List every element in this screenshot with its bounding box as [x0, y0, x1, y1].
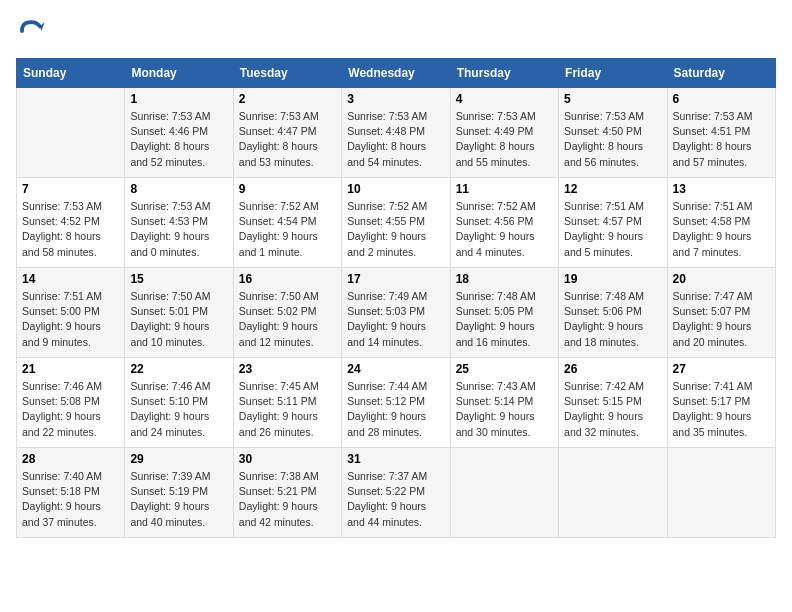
day-number: 14 [22, 272, 119, 286]
calendar-cell: 10 Sunrise: 7:52 AMSunset: 4:55 PMDaylig… [342, 178, 450, 268]
day-info: Sunrise: 7:53 AMSunset: 4:52 PMDaylight:… [22, 200, 102, 258]
calendar-cell: 12 Sunrise: 7:51 AMSunset: 4:57 PMDaylig… [559, 178, 667, 268]
calendar-cell: 24 Sunrise: 7:44 AMSunset: 5:12 PMDaylig… [342, 358, 450, 448]
day-number: 2 [239, 92, 336, 106]
day-info: Sunrise: 7:48 AMSunset: 5:05 PMDaylight:… [456, 290, 536, 348]
day-info: Sunrise: 7:52 AMSunset: 4:56 PMDaylight:… [456, 200, 536, 258]
weekday-header-friday: Friday [559, 59, 667, 88]
day-number: 7 [22, 182, 119, 196]
day-number: 8 [130, 182, 227, 196]
calendar-cell: 28 Sunrise: 7:40 AMSunset: 5:18 PMDaylig… [17, 448, 125, 538]
calendar-cell: 20 Sunrise: 7:47 AMSunset: 5:07 PMDaylig… [667, 268, 775, 358]
day-info: Sunrise: 7:46 AMSunset: 5:08 PMDaylight:… [22, 380, 102, 438]
day-number: 21 [22, 362, 119, 376]
day-number: 11 [456, 182, 553, 196]
day-number: 20 [673, 272, 770, 286]
day-info: Sunrise: 7:50 AMSunset: 5:02 PMDaylight:… [239, 290, 319, 348]
day-info: Sunrise: 7:53 AMSunset: 4:49 PMDaylight:… [456, 110, 536, 168]
day-info: Sunrise: 7:51 AMSunset: 4:58 PMDaylight:… [673, 200, 753, 258]
logo [16, 16, 50, 46]
day-number: 10 [347, 182, 444, 196]
day-info: Sunrise: 7:45 AMSunset: 5:11 PMDaylight:… [239, 380, 319, 438]
weekday-header-wednesday: Wednesday [342, 59, 450, 88]
calendar-cell: 15 Sunrise: 7:50 AMSunset: 5:01 PMDaylig… [125, 268, 233, 358]
day-number: 12 [564, 182, 661, 196]
day-number: 15 [130, 272, 227, 286]
weekday-header-tuesday: Tuesday [233, 59, 341, 88]
calendar-cell: 21 Sunrise: 7:46 AMSunset: 5:08 PMDaylig… [17, 358, 125, 448]
day-info: Sunrise: 7:44 AMSunset: 5:12 PMDaylight:… [347, 380, 427, 438]
calendar-cell: 7 Sunrise: 7:53 AMSunset: 4:52 PMDayligh… [17, 178, 125, 268]
day-info: Sunrise: 7:52 AMSunset: 4:55 PMDaylight:… [347, 200, 427, 258]
calendar-cell: 26 Sunrise: 7:42 AMSunset: 5:15 PMDaylig… [559, 358, 667, 448]
calendar-cell: 5 Sunrise: 7:53 AMSunset: 4:50 PMDayligh… [559, 88, 667, 178]
calendar-cell: 13 Sunrise: 7:51 AMSunset: 4:58 PMDaylig… [667, 178, 775, 268]
day-number: 19 [564, 272, 661, 286]
calendar-week-row: 1 Sunrise: 7:53 AMSunset: 4:46 PMDayligh… [17, 88, 776, 178]
day-info: Sunrise: 7:52 AMSunset: 4:54 PMDaylight:… [239, 200, 319, 258]
day-info: Sunrise: 7:53 AMSunset: 4:47 PMDaylight:… [239, 110, 319, 168]
calendar-cell: 17 Sunrise: 7:49 AMSunset: 5:03 PMDaylig… [342, 268, 450, 358]
day-number: 29 [130, 452, 227, 466]
day-info: Sunrise: 7:51 AMSunset: 5:00 PMDaylight:… [22, 290, 102, 348]
day-info: Sunrise: 7:48 AMSunset: 5:06 PMDaylight:… [564, 290, 644, 348]
calendar-cell: 22 Sunrise: 7:46 AMSunset: 5:10 PMDaylig… [125, 358, 233, 448]
calendar-cell: 6 Sunrise: 7:53 AMSunset: 4:51 PMDayligh… [667, 88, 775, 178]
calendar-cell: 1 Sunrise: 7:53 AMSunset: 4:46 PMDayligh… [125, 88, 233, 178]
day-number: 4 [456, 92, 553, 106]
day-number: 3 [347, 92, 444, 106]
calendar-week-row: 28 Sunrise: 7:40 AMSunset: 5:18 PMDaylig… [17, 448, 776, 538]
calendar-cell: 30 Sunrise: 7:38 AMSunset: 5:21 PMDaylig… [233, 448, 341, 538]
day-info: Sunrise: 7:50 AMSunset: 5:01 PMDaylight:… [130, 290, 210, 348]
day-number: 9 [239, 182, 336, 196]
weekday-header-thursday: Thursday [450, 59, 558, 88]
calendar-cell: 18 Sunrise: 7:48 AMSunset: 5:05 PMDaylig… [450, 268, 558, 358]
day-number: 31 [347, 452, 444, 466]
day-info: Sunrise: 7:53 AMSunset: 4:50 PMDaylight:… [564, 110, 644, 168]
calendar-table: SundayMondayTuesdayWednesdayThursdayFrid… [16, 58, 776, 538]
calendar-cell: 8 Sunrise: 7:53 AMSunset: 4:53 PMDayligh… [125, 178, 233, 268]
calendar-cell: 2 Sunrise: 7:53 AMSunset: 4:47 PMDayligh… [233, 88, 341, 178]
calendar-cell: 9 Sunrise: 7:52 AMSunset: 4:54 PMDayligh… [233, 178, 341, 268]
day-number: 25 [456, 362, 553, 376]
day-info: Sunrise: 7:46 AMSunset: 5:10 PMDaylight:… [130, 380, 210, 438]
day-number: 5 [564, 92, 661, 106]
day-info: Sunrise: 7:53 AMSunset: 4:48 PMDaylight:… [347, 110, 427, 168]
day-number: 23 [239, 362, 336, 376]
day-number: 16 [239, 272, 336, 286]
weekday-header-sunday: Sunday [17, 59, 125, 88]
day-info: Sunrise: 7:53 AMSunset: 4:51 PMDaylight:… [673, 110, 753, 168]
day-info: Sunrise: 7:49 AMSunset: 5:03 PMDaylight:… [347, 290, 427, 348]
day-number: 28 [22, 452, 119, 466]
calendar-cell: 25 Sunrise: 7:43 AMSunset: 5:14 PMDaylig… [450, 358, 558, 448]
day-number: 30 [239, 452, 336, 466]
calendar-week-row: 7 Sunrise: 7:53 AMSunset: 4:52 PMDayligh… [17, 178, 776, 268]
day-info: Sunrise: 7:40 AMSunset: 5:18 PMDaylight:… [22, 470, 102, 528]
day-number: 26 [564, 362, 661, 376]
logo-icon [16, 16, 46, 46]
day-info: Sunrise: 7:51 AMSunset: 4:57 PMDaylight:… [564, 200, 644, 258]
weekday-header-row: SundayMondayTuesdayWednesdayThursdayFrid… [17, 59, 776, 88]
calendar-cell: 31 Sunrise: 7:37 AMSunset: 5:22 PMDaylig… [342, 448, 450, 538]
calendar-cell: 16 Sunrise: 7:50 AMSunset: 5:02 PMDaylig… [233, 268, 341, 358]
day-info: Sunrise: 7:42 AMSunset: 5:15 PMDaylight:… [564, 380, 644, 438]
day-info: Sunrise: 7:37 AMSunset: 5:22 PMDaylight:… [347, 470, 427, 528]
calendar-cell: 27 Sunrise: 7:41 AMSunset: 5:17 PMDaylig… [667, 358, 775, 448]
calendar-week-row: 21 Sunrise: 7:46 AMSunset: 5:08 PMDaylig… [17, 358, 776, 448]
day-info: Sunrise: 7:53 AMSunset: 4:46 PMDaylight:… [130, 110, 210, 168]
calendar-cell: 19 Sunrise: 7:48 AMSunset: 5:06 PMDaylig… [559, 268, 667, 358]
weekday-header-saturday: Saturday [667, 59, 775, 88]
calendar-cell: 29 Sunrise: 7:39 AMSunset: 5:19 PMDaylig… [125, 448, 233, 538]
day-info: Sunrise: 7:41 AMSunset: 5:17 PMDaylight:… [673, 380, 753, 438]
calendar-week-row: 14 Sunrise: 7:51 AMSunset: 5:00 PMDaylig… [17, 268, 776, 358]
calendar-cell [450, 448, 558, 538]
calendar-cell: 14 Sunrise: 7:51 AMSunset: 5:00 PMDaylig… [17, 268, 125, 358]
calendar-cell: 3 Sunrise: 7:53 AMSunset: 4:48 PMDayligh… [342, 88, 450, 178]
calendar-cell [667, 448, 775, 538]
day-info: Sunrise: 7:39 AMSunset: 5:19 PMDaylight:… [130, 470, 210, 528]
day-number: 22 [130, 362, 227, 376]
calendar-cell: 11 Sunrise: 7:52 AMSunset: 4:56 PMDaylig… [450, 178, 558, 268]
day-number: 24 [347, 362, 444, 376]
day-number: 27 [673, 362, 770, 376]
day-number: 6 [673, 92, 770, 106]
